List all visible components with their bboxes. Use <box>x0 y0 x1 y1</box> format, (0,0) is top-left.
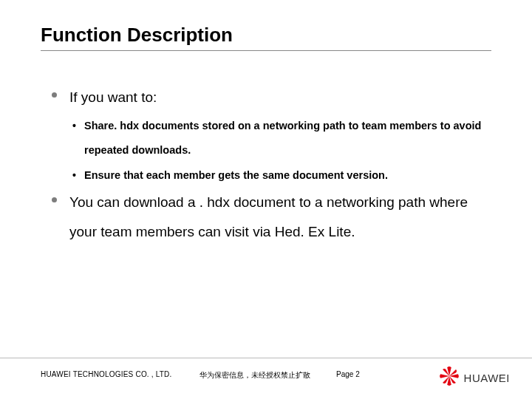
footer-logo-text: HUAWEI <box>464 372 510 384</box>
sub-bullet-item: Share. hdx documents stored on a network… <box>69 114 494 163</box>
footer-logo: HUAWEI <box>439 366 510 389</box>
footer-company: HUAWEI TECHNOLOGIES CO. , LTD. <box>41 370 172 378</box>
bullet-text: You can download a . hdx document to a n… <box>69 194 468 239</box>
slide: Function Description If you want to: Sha… <box>0 0 532 399</box>
slide-footer: HUAWEI TECHNOLOGIES CO. , LTD. 华为保密信息，未经… <box>0 358 532 399</box>
bullet-text: If you want to: <box>69 89 157 105</box>
footer-page-number: Page 2 <box>336 370 360 378</box>
sub-bullet-item: Ensure that each member gets the same do… <box>69 163 494 188</box>
bullet-item: If you want to: Share. hdx documents sto… <box>50 83 494 188</box>
bullet-item: You can download a . hdx document to a n… <box>50 188 494 247</box>
huawei-icon <box>439 366 460 389</box>
footer-confidential: 华为保密信息，未经授权禁止扩散 <box>200 370 310 381</box>
title-rule <box>41 50 491 51</box>
slide-title: Function Description <box>41 24 233 47</box>
slide-body: If you want to: Share. hdx documents sto… <box>50 83 494 247</box>
